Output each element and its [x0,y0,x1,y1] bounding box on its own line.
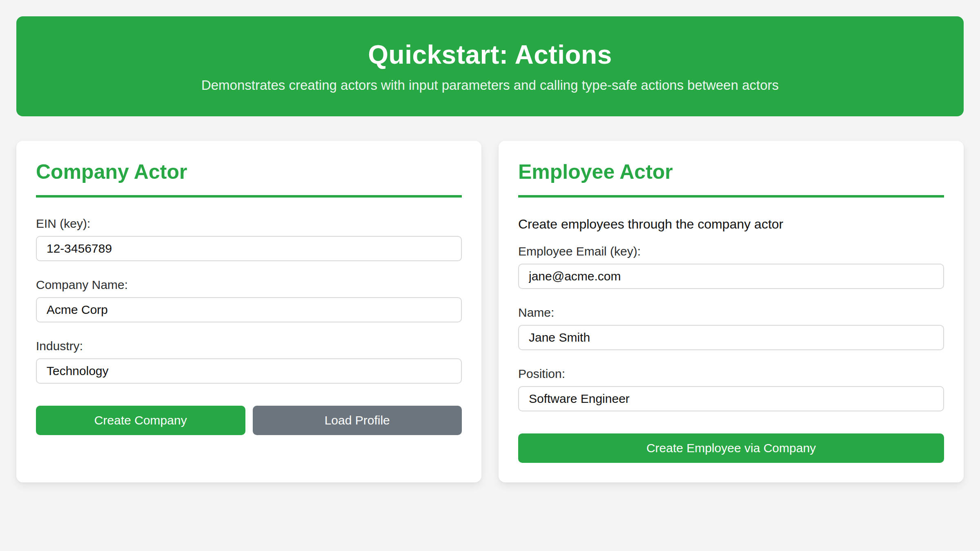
load-profile-button[interactable]: Load Profile [253,406,462,435]
position-label: Position: [518,367,944,381]
create-company-button[interactable]: Create Company [36,406,245,435]
company-name-field-group: Company Name: [36,278,462,322]
cards-row: Company Actor EIN (key): Company Name: I… [16,141,964,483]
header-banner: Quickstart: Actions Demonstrates creatin… [16,16,964,116]
employee-name-input[interactable] [518,325,944,350]
employee-card-title: Employee Actor [518,160,944,198]
page: Quickstart: Actions Demonstrates creatin… [0,0,980,499]
employee-name-label: Name: [518,305,944,320]
industry-label: Industry: [36,339,462,353]
company-card-title: Company Actor [36,160,462,198]
ein-label: EIN (key): [36,216,462,231]
employee-email-field-group: Employee Email (key): [518,244,944,289]
company-name-label: Company Name: [36,278,462,292]
create-employee-via-company-button[interactable]: Create Employee via Company [518,433,944,463]
company-actions-row: Create Company Load Profile [36,406,462,435]
position-input[interactable] [518,386,944,411]
company-actor-card: Company Actor EIN (key): Company Name: I… [16,141,481,483]
employee-email-input[interactable] [518,264,944,289]
employee-email-label: Employee Email (key): [518,244,944,258]
ein-field-group: EIN (key): [36,216,462,261]
page-subtitle: Demonstrates creating actors with input … [33,77,947,93]
employee-actor-card: Employee Actor Create employees through … [499,141,964,483]
employee-name-field-group: Name: [518,305,944,350]
position-field-group: Position: [518,367,944,411]
employee-actions-row: Create Employee via Company [518,433,944,463]
company-name-input[interactable] [36,297,462,322]
ein-input[interactable] [36,236,462,261]
page-title: Quickstart: Actions [33,39,947,71]
industry-input[interactable] [36,358,462,384]
industry-field-group: Industry: [36,339,462,384]
employee-card-description: Create employees through the company act… [518,216,944,232]
